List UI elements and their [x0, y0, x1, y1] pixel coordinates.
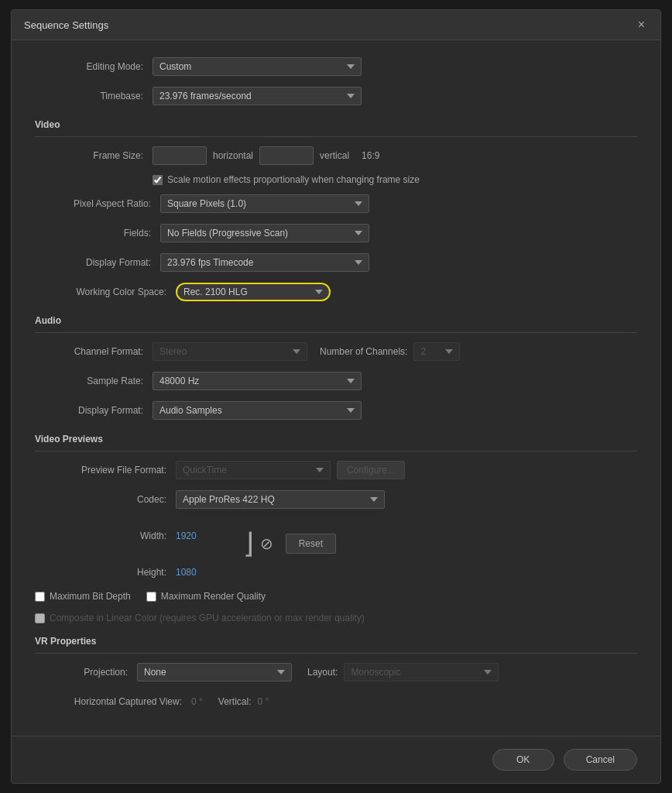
dialog-footer: OK Cancel [12, 736, 660, 783]
editing-mode-row: Editing Mode: Custom [35, 56, 637, 77]
bracket-link-group: ⌋ ⊘ Reset [243, 534, 336, 554]
par-select[interactable]: Square Pixels (1.0) [160, 194, 369, 213]
num-channels-label: Number of Channels: [320, 346, 407, 357]
dialog-content: Editing Mode: Custom Timebase: 23.976 fr… [12, 40, 660, 736]
codec-label: Codec: [35, 494, 166, 505]
horizontal-captured-view-label: Horizontal Captured View: [35, 696, 182, 707]
projection-select[interactable]: None [137, 663, 292, 681]
working-color-space-select[interactable]: Rec. 2100 HLG [176, 283, 331, 301]
max-render-quality-row: Maximum Render Quality [146, 591, 266, 602]
composite-linear-label: Composite in Linear Color (requires GPU … [50, 613, 365, 623]
editing-mode-label: Editing Mode: [35, 61, 143, 72]
scale-motion-label: Scale motion effects proportionally when… [167, 174, 420, 185]
preview-height-row: Height: 1080 [35, 561, 637, 583]
scale-motion-checkbox[interactable] [153, 175, 163, 185]
audio-display-format-select[interactable]: Audio Samples [153, 401, 362, 420]
scale-checkbox-row: Scale motion effects proportionally when… [153, 174, 637, 185]
working-color-space-row: Working Color Space: Rec. 2100 HLG [35, 281, 637, 303]
channel-format-select[interactable]: Stereo [153, 342, 307, 361]
configure-button[interactable]: Configure... [337, 461, 405, 479]
preview-height-label: Height: [35, 567, 166, 578]
max-bit-depth-checkbox[interactable] [35, 592, 45, 602]
preview-width-value: 1920 [176, 530, 197, 541]
channel-format-label: Channel Format: [35, 346, 143, 357]
projection-layout-row: Projection: None Layout: Monoscopic [35, 661, 637, 683]
num-channels-select[interactable]: 2 [413, 342, 460, 361]
display-format-label: Display Format: [35, 257, 151, 268]
frame-size-row: Frame Size: 1920 horizontal 1080 vertica… [35, 145, 637, 166]
par-label: Pixel Aspect Ratio: [35, 198, 151, 209]
link-icon: ⊘ [260, 534, 273, 553]
codec-select[interactable]: Apple ProRes 422 HQ [176, 490, 385, 509]
video-previews-label: Video Previews [35, 434, 637, 445]
preview-file-format-label: Preview File Format: [35, 465, 166, 475]
vertical-label: Vertical: [218, 696, 252, 707]
reset-button[interactable]: Reset [286, 534, 336, 554]
fields-select[interactable]: No Fields (Progressive Scan) [160, 224, 369, 242]
close-button[interactable]: × [635, 18, 648, 32]
cancel-button[interactable]: Cancel [564, 749, 637, 771]
preview-file-format-row: Preview File Format: QuickTime Configure… [35, 459, 637, 481]
preview-height-value: 1080 [176, 567, 197, 578]
display-format-select[interactable]: 23.976 fps Timecode [160, 253, 369, 272]
max-bit-depth-row: Maximum Bit Depth [35, 591, 131, 602]
max-bit-depth-label: Maximum Bit Depth [50, 591, 131, 602]
frame-height-input[interactable]: 1080 [259, 146, 314, 165]
vertical-captured-view-value: 0 ° [258, 696, 269, 707]
max-render-quality-checkbox[interactable] [146, 592, 156, 602]
layout-select[interactable]: Monoscopic [344, 663, 499, 681]
quality-checkboxes-row: Maximum Bit Depth Maximum Render Quality [35, 591, 637, 608]
timebase-label: Timebase: [35, 91, 143, 101]
projection-label: Projection: [35, 667, 128, 678]
layout-label: Layout: [307, 667, 338, 678]
fields-row: Fields: No Fields (Progressive Scan) [35, 222, 637, 244]
ok-button[interactable]: OK [492, 749, 554, 771]
preview-file-format-select[interactable]: QuickTime [176, 461, 331, 479]
timebase-select[interactable]: 23.976 frames/second [153, 87, 362, 105]
timebase-row: Timebase: 23.976 frames/second [35, 85, 637, 107]
pixel-aspect-ratio-row: Pixel Aspect Ratio: Square Pixels (1.0) [35, 193, 637, 215]
sample-rate-row: Sample Rate: 48000 Hz [35, 370, 637, 392]
vertical-label: vertical [320, 150, 349, 161]
horizontal-label: horizontal [213, 150, 253, 161]
display-format-row: Display Format: 23.976 fps Timecode [35, 252, 637, 273]
max-render-quality-label: Maximum Render Quality [161, 591, 266, 602]
composite-linear-row: Composite in Linear Color (requires GPU … [35, 613, 637, 623]
audio-display-format-label: Display Format: [35, 405, 143, 416]
video-previews-section: Video Previews Preview File Format: Quic… [35, 434, 637, 623]
dialog-title: Sequence Settings [24, 19, 108, 31]
fields-label: Fields: [35, 228, 151, 239]
channel-format-row: Channel Format: Stereo Number of Channel… [35, 341, 637, 362]
captured-view-row: Horizontal Captured View: 0 ° Vertical: … [35, 691, 637, 712]
video-section-label: Video [35, 119, 637, 130]
vr-properties-label: VR Properties [35, 636, 637, 647]
sample-rate-select[interactable]: 48000 Hz [153, 372, 362, 390]
wcs-label: Working Color Space: [35, 287, 166, 297]
composite-linear-checkbox[interactable] [35, 613, 45, 623]
audio-section-label: Audio [35, 315, 637, 326]
sequence-settings-dialog: Sequence Settings × Editing Mode: Custom… [11, 9, 661, 784]
frame-size-label: Frame Size: [35, 150, 143, 161]
video-section: Video Frame Size: 1920 horizontal 1080 v… [35, 119, 637, 303]
frame-width-input[interactable]: 1920 [153, 146, 207, 165]
preview-width-row: Width: 1920 ⌋ ⊘ Reset [35, 518, 637, 554]
horizontal-captured-view-value: 0 ° [191, 696, 203, 707]
preview-width-label: Width: [35, 530, 166, 541]
sample-rate-label: Sample Rate: [35, 376, 143, 386]
editing-mode-select[interactable]: Custom [153, 57, 362, 76]
codec-row: Codec: Apple ProRes 422 HQ [35, 489, 637, 510]
vr-properties-section: VR Properties Projection: None Layout: M… [35, 636, 637, 712]
aspect-ratio: 16:9 [362, 150, 379, 161]
title-bar: Sequence Settings × [12, 10, 660, 40]
bracket-icon: ⌋ [243, 537, 254, 551]
audio-section: Audio Channel Format: Stereo Number of C… [35, 315, 637, 421]
audio-display-format-row: Display Format: Audio Samples [35, 400, 637, 421]
